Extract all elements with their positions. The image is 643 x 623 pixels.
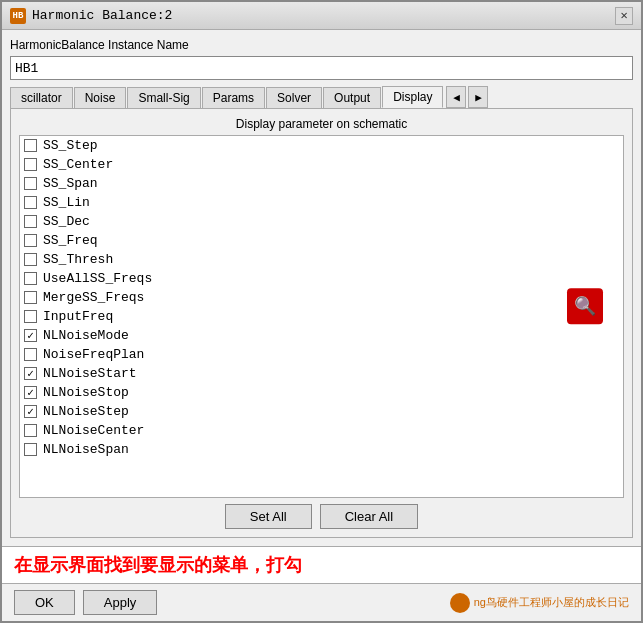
list-item[interactable]: SS_Center bbox=[20, 155, 623, 174]
annotation-text: 在显示界面找到要显示的菜单，打勾 bbox=[14, 555, 302, 575]
display-section-label: Display parameter on schematic bbox=[19, 117, 624, 131]
list-item[interactable]: NLNoiseCenter bbox=[20, 421, 623, 440]
search-icon: 🔍 bbox=[574, 295, 596, 317]
checkbox-ss-center[interactable] bbox=[24, 158, 37, 171]
display-panel: Display parameter on schematic SS_Step S… bbox=[10, 109, 633, 538]
tab-output[interactable]: Output bbox=[323, 87, 381, 108]
list-item[interactable]: SS_Freq bbox=[20, 231, 623, 250]
instance-name-input[interactable] bbox=[10, 56, 633, 80]
bottom-buttons: OK Apply bbox=[14, 590, 157, 615]
list-item[interactable]: MergeSS_Freqs bbox=[20, 288, 623, 307]
list-item[interactable]: NLNoiseStep bbox=[20, 402, 623, 421]
checkbox-mergess-freqs[interactable] bbox=[24, 291, 37, 304]
tab-next-button[interactable]: ▶ bbox=[468, 86, 488, 108]
checkbox-inputfreq[interactable] bbox=[24, 310, 37, 323]
checkbox-nlnoisecenter[interactable] bbox=[24, 424, 37, 437]
checkbox-nlnoisestop[interactable] bbox=[24, 386, 37, 399]
parameter-list-container: SS_Step SS_Center SS_Span SS_Lin bbox=[19, 135, 624, 498]
title-bar-left: HB Harmonic Balance:2 bbox=[10, 8, 172, 24]
tab-noise[interactable]: Noise bbox=[74, 87, 127, 108]
main-window: HB Harmonic Balance:2 ✕ HarmonicBalance … bbox=[0, 0, 643, 623]
checkbox-ss-thresh[interactable] bbox=[24, 253, 37, 266]
watermark: ng鸟硬件工程师小屋的成长日记 bbox=[450, 593, 629, 613]
tab-small-sig[interactable]: Small-Sig bbox=[127, 87, 200, 108]
checkbox-nlnoisestart[interactable] bbox=[24, 367, 37, 380]
list-item[interactable]: SS_Span bbox=[20, 174, 623, 193]
checkbox-ss-dec[interactable] bbox=[24, 215, 37, 228]
checkbox-nlnoisestep[interactable] bbox=[24, 405, 37, 418]
tab-display[interactable]: Display bbox=[382, 86, 443, 108]
watermark-icon bbox=[450, 593, 470, 613]
checkbox-noisefreqplan[interactable] bbox=[24, 348, 37, 361]
checkbox-ss-lin[interactable] bbox=[24, 196, 37, 209]
list-item[interactable]: SS_Thresh bbox=[20, 250, 623, 269]
list-item[interactable]: NoiseFreqPlan bbox=[20, 345, 623, 364]
apply-button[interactable]: Apply bbox=[83, 590, 158, 615]
window-content: HarmonicBalance Instance Name scillator … bbox=[2, 30, 641, 546]
checkbox-useallss-freqs[interactable] bbox=[24, 272, 37, 285]
list-item[interactable]: SS_Dec bbox=[20, 212, 623, 231]
list-item[interactable]: NLNoiseSpan bbox=[20, 440, 623, 459]
action-buttons-row: Set All Clear All bbox=[19, 504, 624, 529]
tab-solver[interactable]: Solver bbox=[266, 87, 322, 108]
checkbox-nlnoisespan[interactable] bbox=[24, 443, 37, 456]
checkbox-ss-freq[interactable] bbox=[24, 234, 37, 247]
app-icon: HB bbox=[10, 8, 26, 24]
tab-oscillator[interactable]: scillator bbox=[10, 87, 73, 108]
set-all-button[interactable]: Set All bbox=[225, 504, 312, 529]
list-item[interactable]: NLNoiseStop bbox=[20, 383, 623, 402]
instance-name-label: HarmonicBalance Instance Name bbox=[10, 38, 633, 52]
checkbox-ss-step[interactable] bbox=[24, 139, 37, 152]
tab-params[interactable]: Params bbox=[202, 87, 265, 108]
list-item[interactable]: SS_Lin bbox=[20, 193, 623, 212]
clear-all-button[interactable]: Clear All bbox=[320, 504, 418, 529]
list-item[interactable]: InputFreq bbox=[20, 307, 623, 326]
ok-button[interactable]: OK bbox=[14, 590, 75, 615]
parameter-list-scroll[interactable]: SS_Step SS_Center SS_Span SS_Lin bbox=[20, 136, 623, 497]
close-button[interactable]: ✕ bbox=[615, 7, 633, 25]
tabs-bar: scillator Noise Small-Sig Params Solver … bbox=[10, 86, 633, 109]
list-item[interactable]: NLNoiseMode bbox=[20, 326, 623, 345]
tab-prev-button[interactable]: ◀ bbox=[446, 86, 466, 108]
list-item[interactable]: UseAllSS_Freqs bbox=[20, 269, 623, 288]
checkbox-ss-span[interactable] bbox=[24, 177, 37, 190]
list-item[interactable]: NLNoiseStart bbox=[20, 364, 623, 383]
watermark-text: ng鸟硬件工程师小屋的成长日记 bbox=[474, 595, 629, 610]
window-title: Harmonic Balance:2 bbox=[32, 8, 172, 23]
list-item[interactable]: SS_Step bbox=[20, 136, 623, 155]
checkbox-nlnoisemode[interactable] bbox=[24, 329, 37, 342]
title-bar: HB Harmonic Balance:2 ✕ bbox=[2, 2, 641, 30]
search-button[interactable]: 🔍 bbox=[567, 288, 603, 324]
bottom-bar: OK Apply ng鸟硬件工程师小屋的成长日记 bbox=[2, 583, 641, 621]
annotation-bar: 在显示界面找到要显示的菜单，打勾 bbox=[2, 546, 641, 583]
